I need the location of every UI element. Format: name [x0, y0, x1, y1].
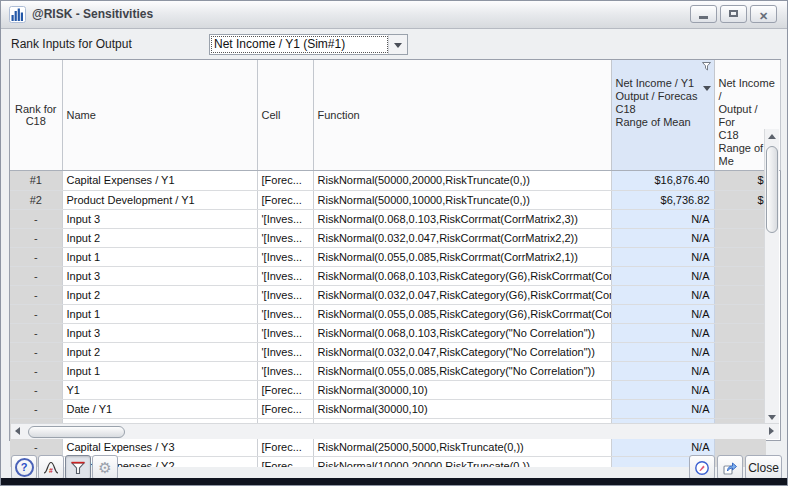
name-cell: Product Development / Y1 [62, 190, 257, 209]
name-cell: Capital Expenses / Y3 [62, 437, 257, 456]
screen-edge-strip [1, 478, 787, 485]
minimize-button[interactable] [690, 5, 717, 23]
name-cell: Input 1 [62, 361, 257, 380]
scroll-left-icon [15, 427, 20, 435]
output2-value-cell [714, 361, 766, 380]
output2-value-cell [714, 380, 766, 399]
scroll-up-button[interactable] [765, 129, 779, 144]
rank-cell: - [10, 361, 62, 380]
scroll-left-button[interactable] [11, 424, 26, 439]
cell-ref-cell: '[Inves... [257, 361, 313, 380]
name-cell: Input 3 [62, 323, 257, 342]
function-cell: RiskNormal(0.055,0.085,RiskCategory("No … [313, 361, 611, 380]
output1-value-cell: N/A [611, 399, 714, 418]
rank-cell: - [10, 247, 62, 266]
function-cell: RiskNormal(0.032,0.047,RiskCategory(G6),… [313, 285, 611, 304]
rank-cell: - [10, 323, 62, 342]
gear-icon: ⚙ [98, 460, 111, 475]
pen-circle-icon [694, 460, 710, 476]
table-row[interactable]: - Capital Expenses / Y2 [Forec... RiskNo… [10, 456, 766, 467]
output1-value-cell: N/A [611, 247, 714, 266]
table-header: Rank for C18 Name Cell Function Net Inco… [10, 60, 781, 171]
cell-ref-cell: '[Inves... [257, 323, 313, 342]
output2-value-cell [714, 437, 766, 456]
output1-value-cell: $16,876.40 [611, 171, 714, 190]
cell-ref-cell: '[Inves... [257, 228, 313, 247]
table-row[interactable]: #1 Capital Expenses / Y1 [Forec... RiskN… [10, 171, 766, 190]
name-cell: Input 2 [62, 228, 257, 247]
table-row[interactable]: - Input 2 '[Inves... RiskNormal(0.032,0.… [10, 228, 766, 247]
rank-cell: #1 [10, 171, 62, 190]
table-row[interactable]: - Input 3 '[Inves... RiskNormal(0.068,0.… [10, 266, 766, 285]
name-cell: Input 2 [62, 285, 257, 304]
table-row[interactable]: - Input 3 '[Inves... RiskNormal(0.068,0.… [10, 323, 766, 342]
column-header-function[interactable]: Function [313, 60, 611, 171]
output-selector-dropdown[interactable]: Net Income / Y1 (Sim#1) [209, 34, 408, 55]
close-button[interactable]: Close [745, 455, 782, 480]
function-cell: RiskNormal(50000,20000,RiskTruncate(0,)) [313, 171, 611, 190]
sensitivity-table: Rank for C18 Name Cell Function Net Inco… [9, 59, 781, 441]
help-button[interactable]: ? [11, 455, 37, 480]
rank-cell: - [10, 380, 62, 399]
rank-cell: - [10, 228, 62, 247]
settings-button[interactable]: ⚙ [92, 455, 118, 480]
table-row[interactable]: - Input 1 '[Inves... RiskNormal(0.055,0.… [10, 361, 766, 380]
cell-ref-cell: [Forec... [257, 399, 313, 418]
table-row[interactable]: - Y1 [Forec... RiskNormal(30000,10) N/A [10, 380, 766, 399]
output1-value-cell: N/A [611, 266, 714, 285]
window-close-button[interactable]: ✕ [750, 5, 777, 23]
export-report-button[interactable] [717, 455, 743, 480]
name-cell: Y1 [62, 380, 257, 399]
output1-value-cell: N/A [611, 361, 714, 380]
table-row[interactable]: - Date / Y1 [Forec... RiskNormal(30000,1… [10, 399, 766, 418]
rank-cell: - [10, 399, 62, 418]
maximize-button[interactable] [720, 5, 747, 23]
table-row[interactable]: - Input 3 '[Inves... RiskNormal(0.068,0.… [10, 209, 766, 228]
cell-ref-cell: '[Inves... [257, 342, 313, 361]
rank-inputs-label: Rank Inputs for Output [11, 33, 132, 55]
column-header-rank[interactable]: Rank for C18 [10, 60, 62, 171]
output1-value-cell: N/A [611, 437, 714, 456]
column-header-output1[interactable]: Net Income / Y1 Output / Forecas C18 Ran… [611, 60, 714, 171]
cell-ref-cell: '[Inves... [257, 247, 313, 266]
name-cell: Input 3 [62, 209, 257, 228]
function-cell: RiskNormal(0.068,0.103,RiskCategory(G6),… [313, 266, 611, 285]
export-icon [722, 460, 738, 476]
output2-value-cell [714, 399, 766, 418]
rank-cell: #2 [10, 190, 62, 209]
table-row[interactable]: - Input 2 '[Inves... RiskNormal(0.032,0.… [10, 342, 766, 361]
cell-ref-cell: [Forec... [257, 380, 313, 399]
rank-cell: - [10, 266, 62, 285]
vertical-scrollbar[interactable] [764, 129, 779, 425]
output1-value-cell: N/A [611, 209, 714, 228]
edit-style-button[interactable] [689, 455, 715, 480]
name-cell: Input 1 [62, 247, 257, 266]
table-row[interactable]: - Input 1 '[Inves... RiskNormal(0.055,0.… [10, 304, 766, 323]
table-row[interactable]: - Capital Expenses / Y3 [Forec... RiskNo… [10, 437, 766, 456]
cell-ref-cell: '[Inves... [257, 266, 313, 285]
output2-value-cell [714, 285, 766, 304]
vertical-scrollbar-thumb[interactable] [766, 146, 778, 233]
scroll-right-button[interactable] [764, 424, 779, 439]
output2-value-cell: $ [714, 171, 766, 190]
table-row[interactable]: - Input 2 '[Inves... RiskNormal(0.032,0.… [10, 285, 766, 304]
cell-ref-cell: '[Inves... [257, 304, 313, 323]
name-cell: Input 2 [62, 342, 257, 361]
horizontal-scrollbar[interactable] [11, 423, 779, 439]
distribution-button[interactable]: # [38, 455, 64, 480]
filter-icon[interactable] [702, 62, 711, 71]
output2-value-cell [714, 209, 766, 228]
filter-toggle-button[interactable] [65, 455, 91, 480]
funnel-icon [70, 460, 86, 476]
dropdown-arrow-button[interactable] [388, 35, 407, 54]
function-cell: RiskNormal(50000,10000,RiskTruncate(0,)) [313, 190, 611, 209]
cell-ref-cell: [Forec... [257, 171, 313, 190]
sort-arrow-icon[interactable] [703, 86, 711, 91]
table-row[interactable]: - Input 1 '[Inves... RiskNormal(0.055,0.… [10, 247, 766, 266]
column-header-name[interactable]: Name [62, 60, 257, 171]
horizontal-scrollbar-thumb[interactable] [28, 426, 125, 438]
output2-value-cell [714, 247, 766, 266]
table-row[interactable]: #2 Product Development / Y1 [Forec... Ri… [10, 190, 766, 209]
column-header-cell[interactable]: Cell [257, 60, 313, 171]
cell-ref-cell: [Forec... [257, 190, 313, 209]
